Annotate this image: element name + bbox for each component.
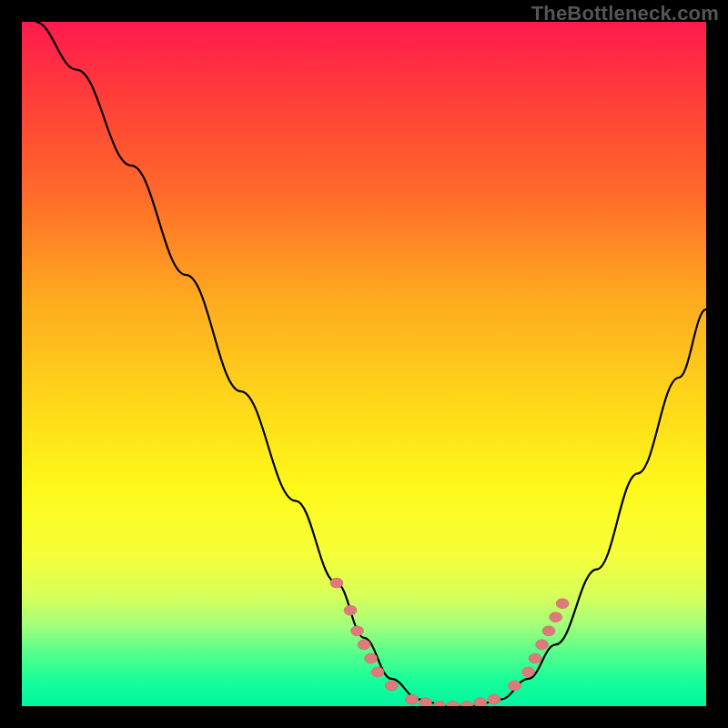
marker-dot [542,626,555,636]
marker-dot [474,698,487,706]
marker-dot [488,694,500,704]
marker-dot [330,578,343,588]
marker-dot [508,681,521,691]
marker-dot [344,605,357,615]
marker-dot [365,653,378,663]
curve-markers [330,578,569,706]
chart-area [22,22,706,706]
marker-dot [536,640,549,650]
marker-dot [420,698,432,706]
marker-dot [351,626,364,636]
marker-dot [406,694,419,704]
watermark-text: TheBottleneck.com [531,2,719,25]
marker-dot [522,667,535,677]
marker-dot [433,702,446,707]
bottleneck-curve [35,22,706,706]
marker-dot [385,681,398,691]
marker-dot [529,653,541,663]
marker-dot [371,667,384,677]
marker-dot [447,702,460,707]
marker-dot [556,599,569,609]
marker-dot [460,702,473,707]
marker-dot [550,612,562,622]
marker-dot [358,640,370,650]
chart-svg [22,22,706,706]
